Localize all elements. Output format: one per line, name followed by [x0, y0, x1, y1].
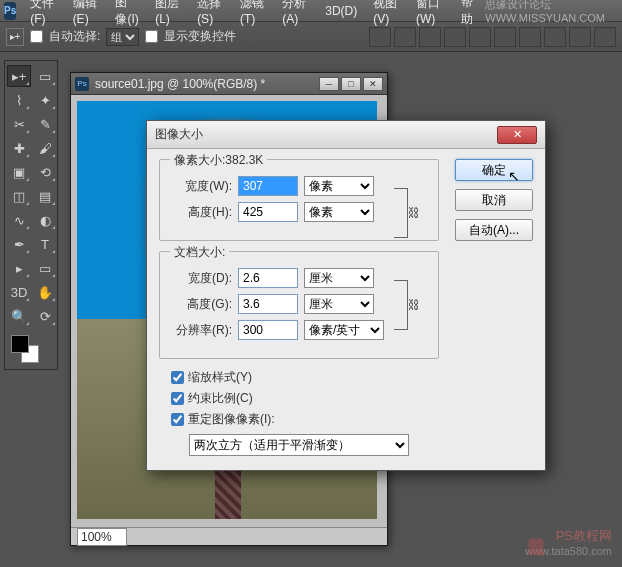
- image-size-dialog: 图像大小 ✕ 确定↖ 取消 自动(A)... 像素大小:382.3K ⛓ 宽度(…: [146, 120, 546, 471]
- align-btn[interactable]: [519, 27, 541, 47]
- align-btn[interactable]: [569, 27, 591, 47]
- auto-select-checkbox[interactable]: [30, 30, 43, 43]
- menu-layer[interactable]: 图层(L): [147, 0, 189, 26]
- type-tool[interactable]: T: [33, 233, 57, 255]
- constrain-link-icon[interactable]: ⛓: [408, 206, 420, 220]
- doc-width-unit[interactable]: 厘米: [304, 268, 374, 288]
- dialog-title-bar[interactable]: 图像大小 ✕: [147, 121, 545, 149]
- resample-label: 重定图像像素(I):: [188, 411, 275, 428]
- menu-filter[interactable]: 滤镜(T): [232, 0, 274, 26]
- doc-height-input[interactable]: [238, 294, 298, 314]
- document-title-bar[interactable]: Ps source01.jpg @ 100%(RGB/8) * ─ □ ✕: [71, 73, 387, 95]
- zoom-tool[interactable]: 🔍: [7, 305, 31, 327]
- healing-brush-tool[interactable]: ✚: [7, 137, 31, 159]
- auto-button[interactable]: 自动(A)...: [455, 219, 533, 241]
- doc-width-label: 宽度(D):: [170, 270, 232, 287]
- show-transform-label: 显示变换控件: [164, 28, 236, 45]
- width-label: 宽度(W):: [170, 178, 232, 195]
- quick-select-tool[interactable]: ✦: [33, 89, 57, 111]
- zoom-level[interactable]: 100%: [77, 528, 127, 546]
- path-select-tool[interactable]: ▸: [7, 257, 31, 279]
- resolution-input[interactable]: [238, 320, 298, 340]
- scale-styles-label: 缩放样式(Y): [188, 369, 252, 386]
- rotate-view-tool[interactable]: ⟳: [33, 305, 57, 327]
- pen-tool[interactable]: ✒: [7, 233, 31, 255]
- menu-bar: Ps 文件(F) 编辑(E) 图像(I) 图层(L) 选择(S) 滤镜(T) 分…: [0, 0, 622, 22]
- lasso-tool[interactable]: ⌇: [7, 89, 31, 111]
- history-brush-tool[interactable]: ⟲: [33, 161, 57, 183]
- auto-select-label: 自动选择:: [49, 28, 100, 45]
- blur-tool[interactable]: ∿: [7, 209, 31, 231]
- dialog-title: 图像大小: [155, 126, 203, 143]
- pixel-height-unit[interactable]: 像素: [304, 202, 374, 222]
- align-btn[interactable]: [594, 27, 616, 47]
- resolution-unit[interactable]: 像素/英寸: [304, 320, 384, 340]
- show-transform-checkbox[interactable]: [145, 30, 158, 43]
- align-btn[interactable]: [369, 27, 391, 47]
- pixel-height-input[interactable]: [238, 202, 298, 222]
- eraser-tool[interactable]: ◫: [7, 185, 31, 207]
- brush-tool[interactable]: 🖌: [33, 137, 57, 159]
- menu-help[interactable]: 帮助: [453, 0, 485, 28]
- tools-panel: ▸+▭⌇✦✂✎✚🖌▣⟲◫▤∿◐✒T▸▭3D✋🔍⟳: [4, 60, 58, 370]
- align-btn[interactable]: [494, 27, 516, 47]
- watermark: 他趣我做 PS教程网 www.tata580.com: [525, 523, 612, 557]
- document-title: source01.jpg @ 100%(RGB/8) *: [95, 77, 265, 91]
- maximize-button[interactable]: □: [341, 77, 361, 91]
- resolution-label: 分辨率(R):: [170, 322, 232, 339]
- link-bracket-icon: [394, 280, 408, 330]
- pixel-dimensions-legend: 像素大小:382.3K: [170, 152, 267, 169]
- constrain-link-icon[interactable]: ⛓: [408, 298, 420, 312]
- app-logo-icon: Ps: [4, 2, 16, 20]
- align-buttons-group: [369, 27, 616, 47]
- document-status-bar: 100%: [71, 527, 387, 545]
- auto-select-dropdown[interactable]: 组: [106, 28, 139, 46]
- tool-preset-icon[interactable]: ▸+: [6, 28, 24, 46]
- height-label: 高度(H):: [170, 204, 232, 221]
- hand-tool[interactable]: ✋: [33, 281, 57, 303]
- resample-checkbox[interactable]: [171, 413, 184, 426]
- cancel-button[interactable]: 取消: [455, 189, 533, 211]
- constrain-proportions-checkbox[interactable]: [171, 392, 184, 405]
- minimize-button[interactable]: ─: [319, 77, 339, 91]
- cursor-icon: ↖: [508, 168, 520, 184]
- 3d-tool[interactable]: 3D: [7, 281, 31, 303]
- doc-height-unit[interactable]: 厘米: [304, 294, 374, 314]
- dialog-close-button[interactable]: ✕: [497, 126, 537, 144]
- shape-tool[interactable]: ▭: [33, 257, 57, 279]
- foreground-color-swatch[interactable]: [11, 335, 29, 353]
- document-size-legend: 文档大小:: [170, 244, 229, 261]
- align-btn[interactable]: [544, 27, 566, 47]
- eyedropper-tool[interactable]: ✎: [33, 113, 57, 135]
- close-doc-button[interactable]: ✕: [363, 77, 383, 91]
- watermark-top: 思缘设计论坛 WWW.MISSYUAN.COM: [485, 0, 612, 24]
- align-btn[interactable]: [394, 27, 416, 47]
- marquee-tool[interactable]: ▭: [33, 65, 57, 87]
- dodge-tool[interactable]: ◐: [33, 209, 57, 231]
- menu-view[interactable]: 视图(V): [365, 0, 408, 26]
- gradient-tool[interactable]: ▤: [33, 185, 57, 207]
- menu-file[interactable]: 文件(F): [22, 0, 64, 26]
- clone-stamp-tool[interactable]: ▣: [7, 161, 31, 183]
- resample-method-dropdown[interactable]: 两次立方（适用于平滑渐变）: [189, 434, 409, 456]
- menu-3d[interactable]: 3D(D): [317, 4, 365, 18]
- ok-button[interactable]: 确定↖: [455, 159, 533, 181]
- pixel-width-unit[interactable]: 像素: [304, 176, 374, 196]
- align-btn[interactable]: [419, 27, 441, 47]
- link-bracket-icon: [394, 188, 408, 238]
- align-btn[interactable]: [469, 27, 491, 47]
- constrain-proportions-label: 约束比例(C): [188, 390, 253, 407]
- doc-icon: Ps: [75, 77, 89, 91]
- doc-width-input[interactable]: [238, 268, 298, 288]
- menu-select[interactable]: 选择(S): [189, 0, 232, 26]
- scale-styles-checkbox[interactable]: [171, 371, 184, 384]
- crop-tool[interactable]: ✂: [7, 113, 31, 135]
- move-tool[interactable]: ▸+: [7, 65, 31, 87]
- align-btn[interactable]: [444, 27, 466, 47]
- menu-analysis[interactable]: 分析(A): [274, 0, 317, 26]
- menu-image[interactable]: 图像(I): [107, 0, 147, 28]
- pixel-width-input[interactable]: [238, 176, 298, 196]
- color-swatches[interactable]: [7, 335, 57, 365]
- menu-window[interactable]: 窗口(W): [408, 0, 453, 26]
- menu-edit[interactable]: 编辑(E): [65, 0, 108, 26]
